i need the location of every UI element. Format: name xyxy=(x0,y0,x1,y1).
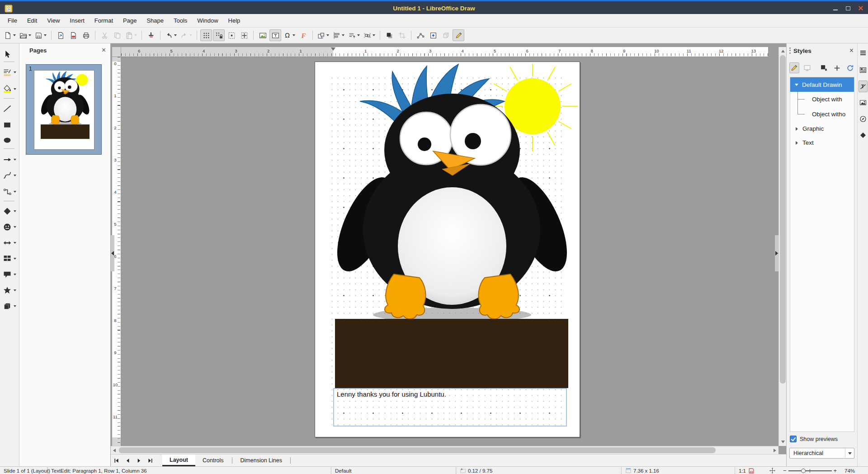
style-item-graphic[interactable]: Graphic xyxy=(790,122,854,136)
canvas-area[interactable]: 654321 12345678910111213 01234567891011 … xyxy=(111,43,786,466)
previous-page-button[interactable] xyxy=(122,455,133,466)
chevron-right-icon[interactable] xyxy=(796,141,798,145)
fontwork-button[interactable] xyxy=(297,29,309,41)
menu-item[interactable]: Insert xyxy=(65,15,90,26)
unsaved-changes-indicator[interactable] xyxy=(748,467,755,474)
page-style[interactable]: Default xyxy=(331,467,351,474)
zoom-slider-knob[interactable] xyxy=(801,469,806,473)
fit-slide-button[interactable] xyxy=(769,467,775,474)
snap-to-grid-toggle[interactable] xyxy=(213,29,225,41)
presentation-styles-button[interactable] xyxy=(802,62,812,73)
glue-points-button[interactable] xyxy=(427,29,439,41)
connectors-tool[interactable] xyxy=(1,185,19,198)
sidebar-tab-navigator[interactable] xyxy=(859,113,868,125)
scroll-right-icon[interactable] xyxy=(774,449,776,452)
3d-objects-tool[interactable] xyxy=(1,300,19,313)
curves-and-polygons-tool[interactable] xyxy=(1,169,19,182)
clone-formatting-button[interactable] xyxy=(145,29,157,41)
scroll-down-icon[interactable] xyxy=(781,441,785,443)
symbol-shapes-tool[interactable] xyxy=(1,221,19,233)
export-button[interactable] xyxy=(55,29,66,41)
menu-item[interactable]: File xyxy=(3,15,22,26)
horizontal-scroll-thumb[interactable] xyxy=(119,447,716,453)
group-button[interactable] xyxy=(362,29,377,41)
first-page-button[interactable] xyxy=(111,455,122,466)
next-page-button[interactable] xyxy=(133,455,145,466)
insert-line-tool[interactable] xyxy=(1,102,19,115)
menu-item[interactable]: Page xyxy=(118,15,142,26)
show-draw-functions-toggle[interactable] xyxy=(453,29,464,41)
penguin-drawing[interactable] xyxy=(315,62,580,437)
cut-button[interactable] xyxy=(99,29,110,41)
fill-color-tool[interactable] xyxy=(1,83,19,95)
vertical-scroll-thumb[interactable] xyxy=(780,55,786,384)
show-previews-checkbox[interactable] xyxy=(790,436,797,442)
save-button[interactable] xyxy=(33,29,48,41)
callouts-tool[interactable] xyxy=(1,268,19,281)
block-arrows-tool[interactable] xyxy=(1,237,19,249)
scroll-up-icon[interactable] xyxy=(781,50,785,52)
minimize-button[interactable] xyxy=(831,4,840,12)
new-style-button[interactable] xyxy=(832,62,842,73)
insert-textbox-toggle[interactable] xyxy=(269,29,281,41)
styles-close-icon[interactable]: × xyxy=(849,47,854,54)
page-thumbnail[interactable]: 1 xyxy=(26,64,102,155)
print-button[interactable] xyxy=(80,29,92,41)
style-item-object-without[interactable]: Object witho xyxy=(790,107,854,122)
zoom-slider-track[interactable] xyxy=(788,470,832,471)
text-box[interactable]: Lenny thanks you for using Lubuntu. xyxy=(333,388,567,427)
arrange-button[interactable] xyxy=(347,29,361,41)
zoom-pan-button[interactable] xyxy=(238,29,250,41)
basic-shapes-tool[interactable] xyxy=(1,205,19,218)
horizontal-ruler[interactable]: 654321 12345678910111213 xyxy=(121,47,768,57)
tab-layout[interactable]: Layout xyxy=(162,455,195,466)
transformations-button[interactable] xyxy=(316,29,330,41)
scroll-left-icon[interactable] xyxy=(113,449,116,452)
close-button[interactable] xyxy=(856,4,865,12)
shadow-button[interactable] xyxy=(383,29,395,41)
copy-button[interactable] xyxy=(111,29,123,41)
flowchart-tool[interactable] xyxy=(1,252,19,265)
rectangle-tool[interactable] xyxy=(1,118,19,131)
zoom-slider[interactable]: − + xyxy=(783,467,837,474)
edit-points-button[interactable] xyxy=(415,29,426,41)
display-grid-toggle[interactable] xyxy=(200,29,212,41)
sidebar-tab-styles[interactable] xyxy=(859,81,868,92)
export-pdf-button[interactable] xyxy=(67,29,79,41)
tab-controls[interactable]: Controls xyxy=(195,455,231,466)
hide-left-panel-handle[interactable] xyxy=(111,235,114,271)
extrusion-button[interactable] xyxy=(440,29,452,41)
zoom-percent[interactable]: 74% xyxy=(844,467,855,474)
sidebar-tab-properties[interactable] xyxy=(859,64,868,76)
pages-close-icon[interactable]: × xyxy=(102,47,106,53)
select-dropdown-button[interactable] xyxy=(845,448,854,458)
view-mode-select[interactable]: Hierarchical xyxy=(789,448,854,459)
sidebar-tab-shapes[interactable] xyxy=(859,129,868,141)
menu-item[interactable]: Format xyxy=(90,15,118,26)
stars-tool[interactable] xyxy=(1,284,19,297)
line-color-tool[interactable] xyxy=(1,66,19,79)
lines-and-arrows-tool[interactable] xyxy=(1,153,19,166)
sidebar-menu-button[interactable] xyxy=(859,47,868,59)
style-item-object-with[interactable]: Object with xyxy=(790,92,854,107)
open-button[interactable] xyxy=(18,29,33,41)
fill-format-mode-button[interactable] xyxy=(819,62,829,73)
helplines-toggle[interactable] xyxy=(226,29,237,41)
style-item-default-drawing[interactable]: Default Drawin xyxy=(790,77,854,92)
style-item-text[interactable]: Text xyxy=(790,136,854,150)
tab-dimension-lines[interactable]: Dimension Lines xyxy=(233,455,289,466)
hide-right-panel-handle[interactable] xyxy=(775,235,778,271)
zoom-in-icon[interactable]: + xyxy=(834,467,837,474)
ellipse-tool[interactable] xyxy=(1,134,19,147)
crop-button[interactable] xyxy=(396,29,408,41)
new-button[interactable] xyxy=(3,29,17,41)
special-character-button[interactable] xyxy=(282,29,297,41)
sidebar-tab-gallery[interactable] xyxy=(859,97,868,109)
menu-item[interactable]: Tools xyxy=(169,15,192,26)
last-page-button[interactable] xyxy=(145,455,156,466)
select-tool[interactable] xyxy=(1,48,19,61)
align-objects-button[interactable] xyxy=(331,29,346,41)
redo-button[interactable] xyxy=(179,29,193,41)
drawing-styles-button[interactable] xyxy=(789,62,799,73)
menu-item[interactable]: Shape xyxy=(142,15,169,26)
